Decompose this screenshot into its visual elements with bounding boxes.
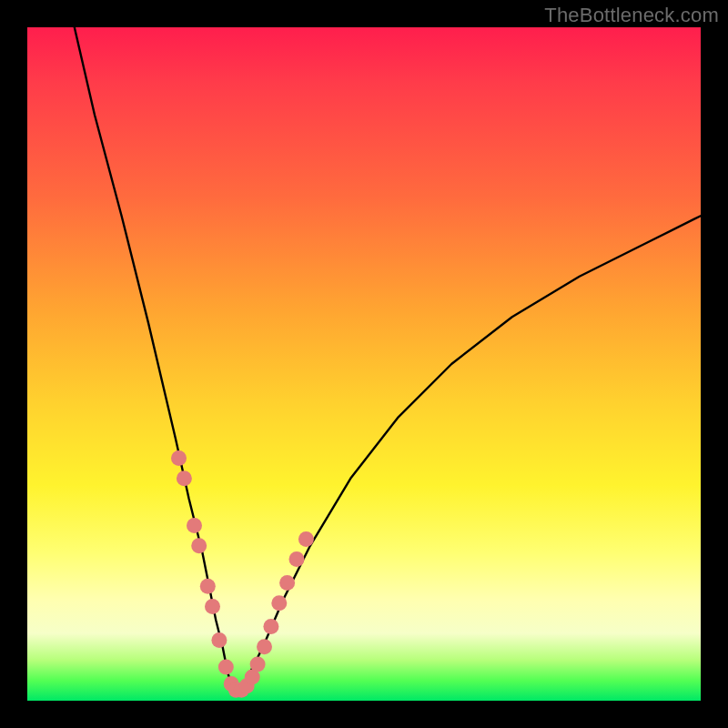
marker-point xyxy=(250,657,266,672)
marker-point xyxy=(279,575,295,591)
curve-layer xyxy=(27,27,701,701)
marker-point xyxy=(171,450,187,466)
marker-point xyxy=(298,531,314,547)
marker-point xyxy=(200,579,216,594)
chart-stage: TheBottleneck.com xyxy=(0,0,728,728)
marker-point xyxy=(263,619,278,634)
marker-point xyxy=(257,639,272,654)
marker-point xyxy=(211,632,227,648)
marker-point xyxy=(289,551,305,567)
curve-markers xyxy=(171,450,314,698)
plot-area xyxy=(27,27,701,701)
watermark-text: TheBottleneck.com xyxy=(544,4,719,27)
marker-point xyxy=(271,595,287,611)
marker-point xyxy=(187,518,202,533)
marker-point xyxy=(205,599,220,614)
marker-point xyxy=(191,538,207,553)
marker-point xyxy=(218,660,234,675)
bottleneck-curve xyxy=(75,27,701,691)
marker-point xyxy=(177,470,192,486)
